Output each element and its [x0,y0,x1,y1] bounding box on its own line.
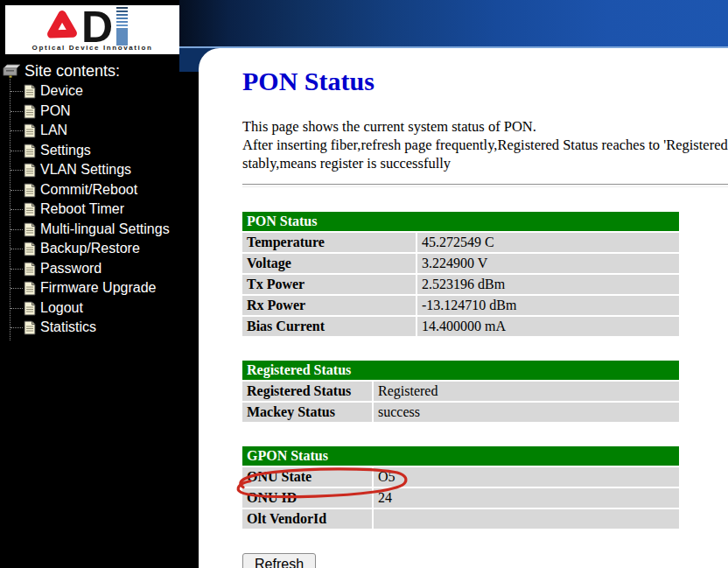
row-label: Temperature [242,233,416,252]
sidebar-menu: Device PON LAN Settings VLAN Settings Co… [0,81,199,338]
table-header: PON Status [242,212,679,231]
logo-i-mark [116,7,128,46]
table-row: Mackey Statussuccess [242,403,679,422]
document-icon [24,262,36,277]
table-row: Registered StatusRegistered [242,382,679,401]
gpon-status-table: GPON Status ONU StateO5 ONU ID24 Olt Ven… [241,445,681,530]
sidebar-item-label: VLAN Settings [40,162,131,177]
logo-o-mark [44,7,80,46]
row-label: Olt VendorId [242,509,372,529]
document-icon [24,104,36,119]
table-row: Bias Current14.400000 mA [242,317,679,336]
sidebar-item-pon[interactable]: PON [0,102,199,122]
document-icon [24,84,36,99]
row-value: 14.400000 mA [417,317,679,336]
table-header-row: Registered Status [242,361,679,380]
document-icon [24,301,36,316]
sidebar-item-label: Firmware Upgrade [40,280,156,295]
table-row: Olt VendorId [242,509,679,529]
document-icon [24,222,36,237]
sidebar-item-multi-lingual-settings[interactable]: Multi-lingual Settings [0,220,199,240]
document-icon [24,320,36,335]
row-value: success [374,403,679,422]
table-row: ONU StateO5 [242,467,679,487]
table-row: Tx Power2.523196 dBm [242,275,679,294]
document-icon [24,281,36,296]
row-label: Bias Current [242,317,416,336]
sidebar-item-label: Statistics [40,319,96,334]
table-row: Temperature45.272549 C [242,233,679,252]
sidebar-item-commit-reboot[interactable]: Commit/Reboot [0,180,199,200]
site-contents-icon [2,64,22,79]
sidebar-item-logout[interactable]: Logout [0,298,199,319]
document-icon [24,163,36,178]
sidebar-item-firmware-upgrade[interactable]: Firmware Upgrade [0,278,199,298]
sidebar-item-label: PON [40,103,71,118]
sidebar-item-reboot-timer[interactable]: Reboot Timer [0,200,199,220]
sidebar-item-lan[interactable]: LAN [0,121,199,141]
sidebar-item-vlan-settings[interactable]: VLAN Settings [0,160,199,180]
table-row: Voltage3.224900 V [242,254,679,273]
table-header-row: GPON Status [242,446,679,466]
row-label: ONU State [242,467,372,487]
top-banner [179,0,728,48]
table-header: GPON Status [242,446,679,466]
row-label: ONU ID [242,488,372,508]
row-value [374,509,679,529]
divider [242,184,728,187]
refresh-button[interactable]: Refresh [242,553,316,568]
row-label: Voltage [242,254,416,273]
row-label: Mackey Status [242,403,372,422]
document-icon [24,183,36,198]
table-row: Rx Power-13.124710 dBm [242,296,679,315]
description-line: After inserting fiber,refresh page frequ… [242,136,728,154]
sidebar-item-backup-restore[interactable]: Backup/Restore [0,239,199,259]
sidebar-item-label: Backup/Restore [40,241,140,256]
description-line: This page shows the current system statu… [242,117,728,136]
sidebar-item-label: Multi-lingual Settings [40,221,170,236]
page-description: This page shows the current system statu… [242,117,728,172]
row-value: 2.523196 dBm [417,275,679,294]
document-icon [24,242,36,256]
row-label: Registered Status [242,382,372,401]
sidebar-header: Site contents: [2,62,120,81]
main-content: PON Status This page shows the current s… [199,48,728,568]
sidebar-item-settings[interactable]: Settings [0,141,199,161]
page-title: PON Status [242,67,728,96]
table-header: Registered Status [242,361,679,380]
document-icon [24,123,36,138]
row-label: Rx Power [242,296,416,315]
logo-d-letter: D [81,9,111,46]
sidebar-item-device[interactable]: Device [0,81,199,102]
logo-tagline: Optical Device Innovation [5,44,179,52]
sidebar-item-label: Logout [40,300,83,315]
page: Site contents: Device PON LAN Settings V… [0,0,728,568]
sidebar-item-password[interactable]: Password [0,259,199,279]
sidebar-item-statistics[interactable]: Statistics [0,318,199,338]
row-value: 24 [374,488,679,508]
sidebar-item-label: Device [40,83,83,98]
row-value: O5 [374,467,679,487]
row-value: -13.124710 dBm [417,296,679,315]
row-value: 3.224900 V [417,254,679,273]
sidebar-item-label: Commit/Reboot [40,182,137,197]
sidebar-item-label: LAN [40,123,67,137]
document-icon [24,202,36,217]
logo: D Optical Device Innovation [5,5,179,54]
row-value: 45.272549 C [417,233,679,252]
row-label: Tx Power [242,275,416,294]
document-icon [24,144,36,158]
description-line: stably,means register is successfully [242,154,728,172]
sidebar-item-label: Reboot Timer [40,201,124,216]
table-header-row: PON Status [242,212,679,231]
row-value: Registered [374,382,679,401]
sidebar-item-label: Password [40,261,102,276]
pon-status-table: PON Status Temperature45.272549 C Voltag… [241,210,681,338]
registered-status-table: Registered Status Registered StatusRegis… [241,359,681,424]
sidebar-title: Site contents: [24,62,120,81]
sidebar: Site contents: Device PON LAN Settings V… [0,0,199,568]
table-row-onu-id: ONU ID24 [242,488,679,508]
sidebar-item-label: Settings [40,143,91,158]
